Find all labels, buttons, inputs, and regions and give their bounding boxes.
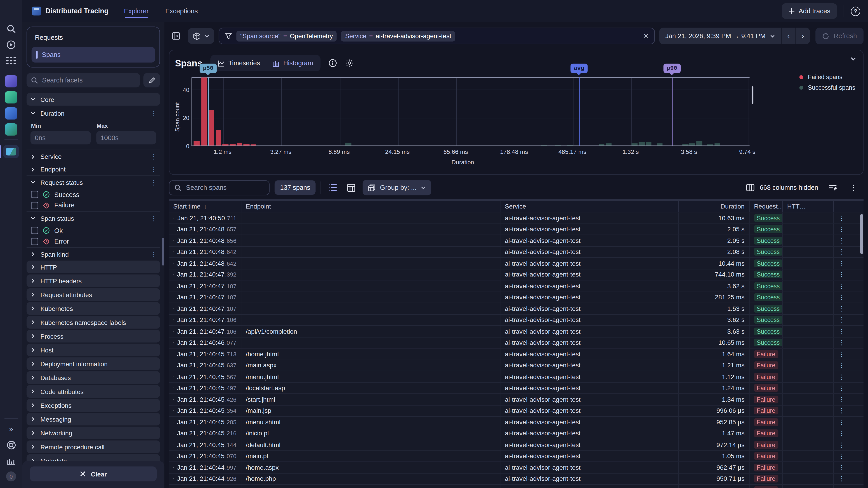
rail-item-distributed-tracing-active[interactable] (0, 143, 22, 160)
row-kebab-icon[interactable]: ⋮ (834, 383, 850, 393)
row-kebab-icon[interactable]: ⋮ (834, 326, 850, 337)
success-bar[interactable] (345, 143, 351, 146)
edit-facets-button[interactable] (143, 73, 160, 88)
checkbox-failure[interactable]: Failure (27, 200, 160, 212)
p90-marker-tag[interactable]: p90 (663, 64, 681, 73)
table-row[interactable]: Jan 21, 21:40:50.711 ai-travel-advisor-a… (169, 213, 864, 224)
kebab-icon[interactable]: ⋮ (151, 250, 156, 258)
row-settings-icon[interactable] (826, 181, 839, 194)
pipelines-icon[interactable] (5, 39, 17, 51)
filter-chip-span-source[interactable]: "Span source" = OpenTelemetry (237, 31, 337, 41)
row-kebab-icon[interactable]: ⋮ (834, 258, 850, 269)
row-kebab-icon[interactable]: ⋮ (834, 292, 850, 303)
failed-bar[interactable] (230, 144, 236, 145)
avg-marker-tag[interactable]: avg (570, 64, 588, 73)
table-row[interactable]: Jan 21, 21:40:45.426 /start.jhtml ai-tra… (169, 394, 864, 405)
table-row[interactable]: Jan 21, 21:40:47.106 /api/v1/completion … (169, 326, 864, 337)
kebab-icon[interactable]: ⋮ (151, 109, 156, 117)
row-kebab-icon[interactable]: ⋮ (834, 417, 850, 427)
table-row[interactable]: Jan 21, 21:40:45.216 /inicio.pl ai-trave… (169, 428, 864, 439)
facet-group-row[interactable]: Remote procedure call (27, 440, 160, 453)
table-row[interactable]: Jan 21, 21:40:44.854 /start.html ai-trav… (169, 485, 864, 488)
facet-group-row[interactable]: Databases (27, 371, 160, 384)
facet-duration[interactable]: Duration ⋮ (27, 107, 160, 120)
facet-group-row[interactable]: Kubernetes (27, 302, 160, 315)
kebab-icon[interactable]: ⋮ (151, 215, 156, 222)
checkbox[interactable] (31, 191, 38, 198)
refresh-button[interactable]: Refresh (815, 28, 864, 44)
kebab-icon[interactable]: ⋮ (151, 178, 156, 186)
facet-group-row[interactable]: Process (27, 330, 160, 343)
columns-hidden-button[interactable]: 668 columns hidden (746, 184, 818, 191)
tab-explorer[interactable]: Explorer (123, 0, 150, 22)
success-bar[interactable] (657, 143, 663, 145)
table-row[interactable]: Jan 21, 21:40:45.070 /main.pl ai-travel-… (169, 451, 864, 462)
tab-exceptions[interactable]: Exceptions (164, 0, 199, 22)
row-kebab-icon[interactable]: ⋮ (834, 315, 850, 325)
row-kebab-icon[interactable]: ⋮ (834, 337, 850, 348)
view-timeseries[interactable]: Timeseries (212, 57, 266, 70)
table-row[interactable]: Jan 21, 21:40:47.106 ai-travel-advisor-a… (169, 315, 864, 326)
failed-bar[interactable] (216, 130, 221, 145)
chart-scrollbar[interactable] (752, 86, 753, 104)
facet-group-row[interactable]: Code attributes (27, 385, 160, 398)
success-bar[interactable] (541, 144, 547, 145)
checkbox-ok[interactable]: Ok (27, 225, 160, 236)
date-range-picker[interactable]: Jan 21, 2026, 9:39 PM → 9:41 PM (659, 28, 781, 44)
success-bar[interactable] (599, 144, 604, 145)
success-bar[interactable] (567, 144, 574, 145)
table-scrollbar[interactable] (860, 214, 863, 254)
success-bar[interactable] (696, 141, 702, 145)
table-row[interactable]: Jan 21, 21:40:45.144 /default.html ai-tr… (169, 439, 864, 451)
kebab-icon[interactable]: ⋮ (151, 165, 156, 173)
facet-service[interactable]: Service ⋮ (27, 151, 160, 163)
table-row[interactable]: Jan 21, 21:40:45.285 /menu.shtml ai-trav… (169, 417, 864, 428)
duration-max-input[interactable]: 1000s (96, 131, 156, 144)
success-bar[interactable] (606, 143, 612, 145)
expand-rail-icon[interactable]: » (5, 423, 17, 435)
gear-icon[interactable] (345, 59, 353, 68)
row-kebab-icon[interactable]: ⋮ (834, 451, 850, 462)
success-bar[interactable] (714, 143, 720, 145)
module-mix-icon[interactable] (5, 123, 17, 135)
facet-group-row[interactable]: Deployment information (27, 357, 160, 370)
module-purple-icon[interactable] (5, 75, 17, 88)
success-bar[interactable] (707, 144, 713, 145)
col-service[interactable]: Service (500, 201, 679, 212)
row-kebab-icon[interactable]: ⋮ (834, 360, 850, 371)
table-row[interactable]: Jan 21, 21:40:45.354 /main.jsp ai-travel… (169, 405, 864, 417)
help-icon[interactable]: ? (851, 6, 860, 16)
table-row[interactable]: Jan 21, 21:40:45.713 /home.jhtml ai-trav… (169, 349, 864, 360)
row-kebab-icon[interactable]: ⋮ (834, 428, 850, 439)
filter-query-input[interactable]: "Span source" = OpenTelemetry Service = … (219, 28, 655, 44)
row-kebab-icon[interactable]: ⋮ (834, 473, 850, 484)
failed-bar[interactable] (244, 144, 250, 145)
list-view-icon[interactable] (327, 181, 340, 194)
table-row[interactable]: Jan 21, 21:40:47.107 ai-travel-advisor-a… (169, 292, 864, 303)
success-bar[interactable] (689, 143, 695, 145)
facet-group-row[interactable]: HTTP headers (27, 274, 160, 287)
info-icon[interactable] (328, 59, 337, 68)
search-spans-input[interactable]: Search spans (169, 180, 270, 195)
time-prev-button[interactable]: ‹ (781, 28, 796, 44)
kebab-icon[interactable]: ⋮ (151, 153, 156, 160)
checkbox-success[interactable]: Success (27, 189, 160, 200)
table-row[interactable]: Jan 21, 21:40:44.997 /home.aspx ai-trave… (169, 462, 864, 473)
table-menu-kebab-icon[interactable]: ⋮ (847, 181, 860, 194)
facet-group-row[interactable]: HTTP (27, 260, 160, 273)
failed-bar[interactable] (223, 144, 228, 145)
failed-bar[interactable] (201, 77, 207, 145)
row-kebab-icon[interactable]: ⋮ (834, 303, 850, 314)
failed-bar[interactable] (194, 141, 199, 145)
sidebar-item-spans[interactable]: Spans (32, 47, 155, 63)
row-kebab-icon[interactable]: ⋮ (834, 405, 850, 416)
p50-marker-tag[interactable]: p50 (199, 64, 217, 73)
clear-filters-icon[interactable]: ✕ (643, 32, 649, 40)
col-endpoint[interactable]: Endpoint (241, 201, 500, 212)
collapse-panel-icon[interactable] (850, 56, 857, 62)
table-row[interactable]: Jan 21, 21:40:48.642 ai-travel-advisor-a… (169, 247, 864, 258)
col-start-time[interactable]: Start time ↓ (169, 201, 241, 212)
module-teal-icon[interactable] (5, 91, 17, 103)
row-kebab-icon[interactable]: ⋮ (834, 349, 850, 359)
row-kebab-icon[interactable]: ⋮ (834, 247, 850, 257)
